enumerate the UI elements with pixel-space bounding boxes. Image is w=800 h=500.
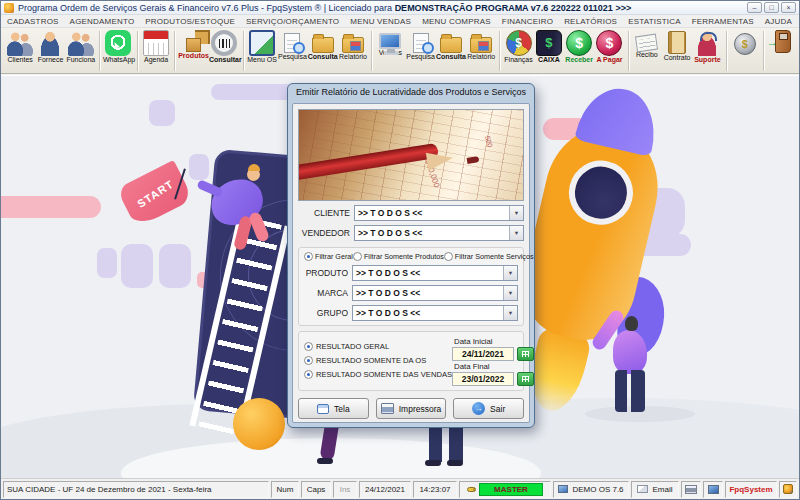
toolbar-label: Pesquisa xyxy=(277,53,307,61)
toolbar-suporte[interactable]: Suporte xyxy=(692,29,722,64)
menu-servico-orcamento[interactable]: SERVIÇO/ORÇAMENTO xyxy=(246,17,339,26)
chevron-down-icon[interactable] xyxy=(503,266,517,280)
menu-ajuda[interactable]: AJUDA xyxy=(765,17,792,26)
support-icon xyxy=(694,30,720,56)
marca-dropdown[interactable]: >> T O D O S << xyxy=(352,285,518,301)
menu-compras[interactable]: MENU COMPRAS xyxy=(422,17,491,26)
toolbar-whatsapp[interactable]: WhatsApp xyxy=(103,29,134,64)
toolbar-pesquisa-os[interactable]: Pesquisa xyxy=(277,29,307,61)
vendedor-label: VENDEDOR xyxy=(298,228,354,238)
tela-button[interactable]: Tela xyxy=(298,398,369,419)
dollar-green-icon xyxy=(566,30,592,56)
toolbar-consulta-os[interactable]: Consulta xyxy=(308,29,338,61)
ball-illustration xyxy=(233,398,285,450)
data-final-input[interactable]: 23/01/2022 xyxy=(452,372,514,386)
radio-resultado-vendas[interactable]: RESULTADO SOMENTE DAS VENDAS xyxy=(304,370,452,379)
toolbar-label: Clientes xyxy=(5,56,35,64)
dialog-body: 500 360,000 CLIENTE >> T O D O S << VEND… xyxy=(292,103,530,423)
menu-cadastros[interactable]: CADASTROS xyxy=(7,17,59,26)
chevron-down-icon[interactable] xyxy=(503,286,517,300)
toolbar-fornecedores[interactable]: Fornece xyxy=(35,29,65,64)
radio-resultado-geral[interactable]: RESULTADO GERAL xyxy=(304,342,452,351)
whatsapp-icon xyxy=(105,30,131,56)
toolbar-separator xyxy=(99,31,100,71)
radio-icon[interactable] xyxy=(444,252,453,261)
contract-icon xyxy=(668,31,686,54)
marca-label: MARCA xyxy=(304,288,352,298)
toolbar-separator xyxy=(499,31,500,71)
toolbar-financas[interactable]: Finanças xyxy=(503,29,533,64)
toolbar-relatorio-vendas[interactable]: Relatório xyxy=(466,29,496,61)
status-printer[interactable] xyxy=(681,481,701,498)
chevron-down-icon[interactable] xyxy=(503,306,517,320)
toolbar-label: Produtos xyxy=(178,52,209,60)
minimize-button[interactable]: – xyxy=(747,2,762,13)
radio-icon[interactable] xyxy=(304,356,313,365)
toolbar-contrato[interactable]: Contrato xyxy=(662,29,692,62)
chevron-down-icon[interactable] xyxy=(509,206,523,220)
toolbar-label: Consultar xyxy=(209,56,240,64)
menu-ferramentas[interactable]: FERRAMENTAS xyxy=(692,17,754,26)
folder-report-icon xyxy=(342,37,364,53)
toolbar-agenda[interactable]: Agenda xyxy=(141,29,171,64)
toolbar-produtos[interactable]: Produtos xyxy=(178,29,209,60)
menu-produtos-estoque[interactable]: PRODUTOS/ESTOQUE xyxy=(145,17,235,26)
toolbar-clientes[interactable]: Clientes xyxy=(5,29,35,64)
grupo-value: >> T O D O S << xyxy=(353,308,503,318)
maximize-button[interactable]: □ xyxy=(764,2,779,13)
menu-financeiro[interactable]: FINANCEIRO xyxy=(502,17,553,26)
toolbar-funcionarios[interactable]: Funciona xyxy=(66,29,96,64)
cliente-dropdown[interactable]: >> T O D O S << xyxy=(354,205,524,221)
toolbar-receber[interactable]: Receber xyxy=(564,29,594,64)
exit-arrow-icon xyxy=(472,402,485,415)
toolbar-label: Suporte xyxy=(692,56,722,64)
deco-pill xyxy=(149,100,175,126)
email-label: Email xyxy=(652,485,672,494)
status-email[interactable]: Email xyxy=(631,481,679,498)
radio-icon[interactable] xyxy=(353,252,362,261)
status-monitor[interactable] xyxy=(703,481,723,498)
impressora-button[interactable]: Impressora xyxy=(376,398,447,419)
radio-filtrar-servicos[interactable]: Filtrar Somente Serviços xyxy=(444,252,534,261)
toolbar-recibo[interactable]: Recibo xyxy=(632,29,662,59)
toolbar-label: WhatsApp xyxy=(103,56,134,64)
radio-icon[interactable] xyxy=(304,370,313,379)
menu-estatistica[interactable]: ESTATISTICA xyxy=(628,17,681,26)
printer-icon xyxy=(381,403,394,414)
calendar-picker-icon[interactable] xyxy=(517,372,534,386)
toolbar-sair-app[interactable] xyxy=(767,29,797,53)
pencil-tip xyxy=(467,156,480,164)
radio-resultado-os[interactable]: RESULTADO SOMENTE DA OS xyxy=(304,356,452,365)
radio-filtrar-produtos[interactable]: Filtrar Somente Produtos xyxy=(353,252,444,261)
toolbar-caixa[interactable]: CAIXA xyxy=(534,29,564,64)
data-inicial-label: Data Inicial xyxy=(454,337,534,346)
radio-filtrar-geral[interactable]: Filtrar Geral xyxy=(304,252,353,261)
person-head xyxy=(625,316,638,331)
grupo-label: GRUPO xyxy=(304,308,352,318)
produto-dropdown[interactable]: >> T O D O S << xyxy=(352,265,518,281)
toolbar-consulta-vendas[interactable]: Consulta xyxy=(436,29,466,61)
app-mini-icon xyxy=(783,484,793,494)
toolbar-menu-os[interactable]: Menu OS xyxy=(247,29,277,64)
toolbar-a-pagar[interactable]: A Pagar xyxy=(594,29,624,64)
sair-button[interactable]: Sair xyxy=(453,398,524,419)
grupo-dropdown[interactable]: >> T O D O S << xyxy=(352,305,518,321)
menu-relatorios[interactable]: RELATÓRIOS xyxy=(564,17,617,26)
toolbar-vendas[interactable]: Vendas xyxy=(375,29,405,57)
person-legs xyxy=(615,370,645,412)
toolbar-moeda[interactable] xyxy=(730,29,760,55)
chevron-down-icon[interactable] xyxy=(509,226,523,240)
monitor-icon xyxy=(379,33,401,49)
close-button[interactable]: × xyxy=(781,2,796,13)
status-ins: Ins xyxy=(333,481,357,498)
radio-icon[interactable] xyxy=(304,342,313,351)
toolbar-relatorio-os[interactable]: Relatório xyxy=(338,29,368,61)
vendedor-dropdown[interactable]: >> T O D O S << xyxy=(354,225,524,241)
toolbar-consultar[interactable]: Consultar xyxy=(209,29,240,64)
menu-vendas[interactable]: MENU VENDAS xyxy=(350,17,411,26)
toolbar-pesquisa-vendas[interactable]: Pesquisa xyxy=(405,29,435,61)
data-inicial-input[interactable]: 24/11/2021 xyxy=(452,347,514,361)
radio-icon[interactable] xyxy=(304,252,313,261)
calendar-picker-icon[interactable] xyxy=(517,347,534,361)
menu-agendamento[interactable]: AGENDAMENTO xyxy=(70,17,135,26)
